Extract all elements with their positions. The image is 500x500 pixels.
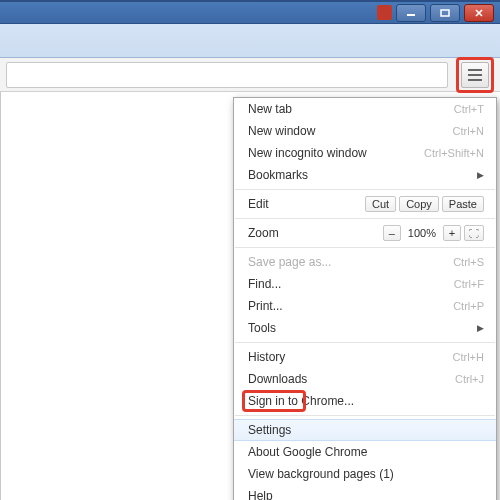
fullscreen-icon: ⛶ <box>469 228 479 239</box>
maximize-button[interactable] <box>430 4 460 22</box>
zoom-out-button[interactable]: – <box>383 225 401 241</box>
menu-item-settings[interactable]: Settings <box>234 419 496 441</box>
menu-item-help[interactable]: Help <box>234 485 496 500</box>
menu-label: Sign in to Chrome... <box>248 394 484 408</box>
menu-shortcut: Ctrl+S <box>453 256 484 268</box>
menu-item-tools[interactable]: Tools ▶ <box>234 317 496 339</box>
menu-label: New window <box>248 124 443 138</box>
menu-label: About Google Chrome <box>248 445 484 459</box>
menu-label: Print... <box>248 299 443 313</box>
menu-label: Find... <box>248 277 444 291</box>
menu-row-edit: Edit Cut Copy Paste <box>234 193 496 215</box>
menu-shortcut: Ctrl+P <box>453 300 484 312</box>
copy-button[interactable]: Copy <box>399 196 439 212</box>
chrome-menu-dropdown: New tab Ctrl+T New window Ctrl+N New inc… <box>233 97 497 500</box>
annotation-menu-highlight <box>456 57 494 93</box>
zoom-value: 100% <box>404 227 440 239</box>
toolbar <box>0 58 500 92</box>
submenu-arrow-icon: ▶ <box>477 323 484 333</box>
menu-shortcut: Ctrl+T <box>454 103 484 115</box>
menu-item-history[interactable]: History Ctrl+H <box>234 346 496 368</box>
menu-label: Zoom <box>248 226 383 240</box>
menu-label: New tab <box>248 102 444 116</box>
menu-item-print[interactable]: Print... Ctrl+P <box>234 295 496 317</box>
paste-button[interactable]: Paste <box>442 196 484 212</box>
menu-separator <box>235 189 495 190</box>
tab-strip[interactable] <box>0 24 500 58</box>
menu-item-incognito[interactable]: New incognito window Ctrl+Shift+N <box>234 142 496 164</box>
menu-shortcut: Ctrl+F <box>454 278 484 290</box>
menu-label: Help <box>248 489 484 500</box>
menu-item-new-tab[interactable]: New tab Ctrl+T <box>234 98 496 120</box>
menu-label: Edit <box>248 197 365 211</box>
menu-label: New incognito window <box>248 146 414 160</box>
address-bar[interactable] <box>6 62 448 88</box>
submenu-arrow-icon: ▶ <box>477 170 484 180</box>
cut-button[interactable]: Cut <box>365 196 396 212</box>
menu-item-find[interactable]: Find... Ctrl+F <box>234 273 496 295</box>
menu-separator <box>235 342 495 343</box>
menu-shortcut: Ctrl+H <box>453 351 484 363</box>
menu-row-zoom: Zoom – 100% + ⛶ <box>234 222 496 244</box>
hamburger-icon <box>468 74 482 76</box>
menu-label: Settings <box>248 423 484 437</box>
menu-shortcut: Ctrl+Shift+N <box>424 147 484 159</box>
extension-tray-icon[interactable] <box>377 5 392 20</box>
menu-label: View background pages (1) <box>248 467 484 481</box>
chrome-menu-button[interactable] <box>461 62 489 88</box>
menu-item-background-pages[interactable]: View background pages (1) <box>234 463 496 485</box>
menu-label: Bookmarks <box>248 168 477 182</box>
minimize-button[interactable] <box>396 4 426 22</box>
menu-shortcut: Ctrl+N <box>453 125 484 137</box>
content-border <box>0 92 1 500</box>
menu-item-bookmarks[interactable]: Bookmarks ▶ <box>234 164 496 186</box>
menu-separator <box>235 218 495 219</box>
menu-separator <box>235 415 495 416</box>
menu-label: Downloads <box>248 372 445 386</box>
menu-label: Save page as... <box>248 255 443 269</box>
menu-item-new-window[interactable]: New window Ctrl+N <box>234 120 496 142</box>
zoom-in-button[interactable]: + <box>443 225 461 241</box>
menu-item-about[interactable]: About Google Chrome <box>234 441 496 463</box>
menu-separator <box>235 247 495 248</box>
menu-shortcut: Ctrl+J <box>455 373 484 385</box>
menu-item-downloads[interactable]: Downloads Ctrl+J <box>234 368 496 390</box>
svg-rect-1 <box>441 10 449 16</box>
menu-label: History <box>248 350 443 364</box>
menu-item-signin[interactable]: Sign in to Chrome... <box>234 390 496 412</box>
window-titlebar <box>0 0 500 24</box>
fullscreen-button[interactable]: ⛶ <box>464 225 484 241</box>
menu-label: Tools <box>248 321 477 335</box>
menu-item-save-as: Save page as... Ctrl+S <box>234 251 496 273</box>
close-button[interactable] <box>464 4 494 22</box>
